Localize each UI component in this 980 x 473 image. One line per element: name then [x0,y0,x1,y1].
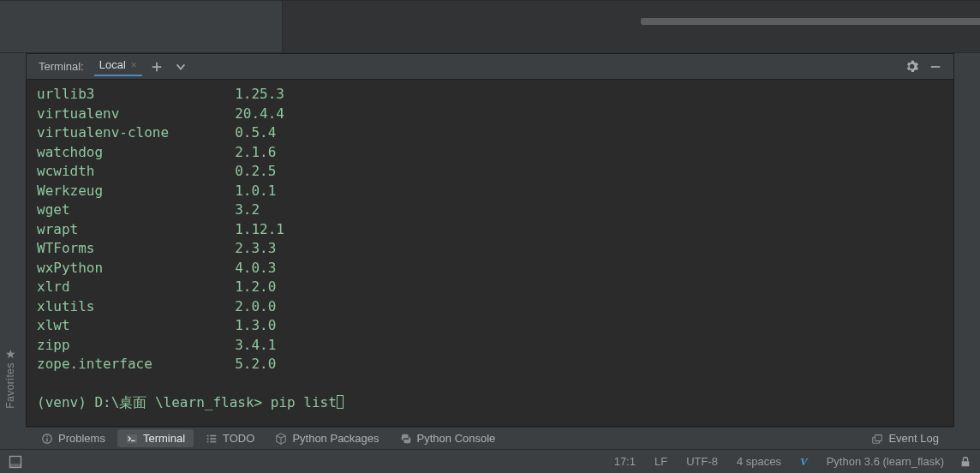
tool-event-log[interactable]: Event Log [863,429,947,447]
status-bar: 17:1 LF UTF-8 4 spaces V Python 3.6 (lea… [0,449,980,473]
tool-label: Event Log [888,432,939,445]
terminal-tab-local[interactable]: Local × [94,57,142,76]
minimize-icon [929,61,941,73]
svg-rect-8 [207,440,209,442]
svg-rect-9 [210,434,216,436]
project-tool-window-blank [0,0,283,53]
svg-rect-7 [207,438,209,440]
tool-python-console[interactable]: Python Console [391,429,505,447]
tool-terminal[interactable]: Terminal [117,429,194,447]
svg-rect-2 [46,435,47,436]
editor-top-region [0,0,980,53]
lock-icon[interactable] [959,456,971,468]
gear-icon [905,60,918,73]
scrollbar-thumb[interactable] [641,18,980,25]
status-caret-position[interactable]: 17:1 [611,455,639,468]
svg-rect-4 [127,434,137,443]
status-indent[interactable]: 4 spaces [733,455,785,468]
tool-label: Terminal [143,432,185,445]
side-tab-label: Favorites [4,362,16,409]
terminal-settings-button[interactable] [902,57,921,76]
event-log-icon [871,433,883,445]
terminal-tab-label: Local [99,58,126,71]
tool-todo[interactable]: TODO [197,429,263,447]
svg-rect-10 [210,438,216,440]
star-icon: ★ [5,347,16,361]
chevron-down-icon [175,61,187,73]
list-icon [206,433,218,445]
python-icon [400,433,412,445]
editor-area [283,0,980,53]
tool-label: Python Console [417,432,496,445]
package-icon [275,433,287,445]
terminal-output[interactable]: urllib3 1.25.3 virtualenv 20.4.4 virtual… [27,80,953,426]
pip-list-output: urllib3 1.25.3 virtualenv 20.4.4 virtual… [37,86,284,372]
svg-rect-15 [10,464,21,468]
svg-rect-5 [131,440,134,440]
cursor [337,395,344,409]
terminal-title: Terminal: [39,60,84,73]
side-tab-favorites[interactable]: ★ Favorites [0,339,21,416]
terminal-panel-header: Terminal: Local × [27,54,953,80]
svg-rect-3 [46,438,47,441]
terminal-prompt[interactable]: (venv) D:\桌面 \learn_flask> pip list [37,393,943,413]
info-icon [41,433,53,445]
add-terminal-button[interactable] [147,57,166,76]
tool-windows-icon[interactable] [9,455,22,469]
terminal-dropdown-button[interactable] [171,57,190,76]
svg-rect-0 [931,66,941,68]
terminal-panel: Terminal: Local × urllib3 1.25.3 virtual… [26,53,954,427]
svg-rect-16 [962,461,970,466]
terminal-icon [126,433,138,445]
vim-plugin-icon[interactable]: V [797,455,811,469]
tool-label: TODO [223,432,254,445]
status-encoding[interactable]: UTF-8 [683,455,721,468]
bottom-tools-bar: Problems Terminal TODO Python Packages P… [26,427,954,449]
tool-label: Python Packages [292,432,379,445]
close-icon[interactable]: × [131,59,137,71]
plus-icon [151,61,163,73]
status-interpreter[interactable]: Python 3.6 (learn_flask) [823,455,947,468]
svg-rect-11 [210,440,216,442]
tool-python-packages[interactable]: Python Packages [266,429,387,447]
tool-problems[interactable]: Problems [33,429,114,447]
editor-horizontal-scrollbar[interactable] [351,16,980,27]
hide-panel-button[interactable] [926,57,945,76]
svg-rect-13 [875,434,882,440]
svg-rect-6 [207,434,209,436]
tool-label: Problems [58,432,105,445]
status-line-ending[interactable]: LF [651,455,671,468]
